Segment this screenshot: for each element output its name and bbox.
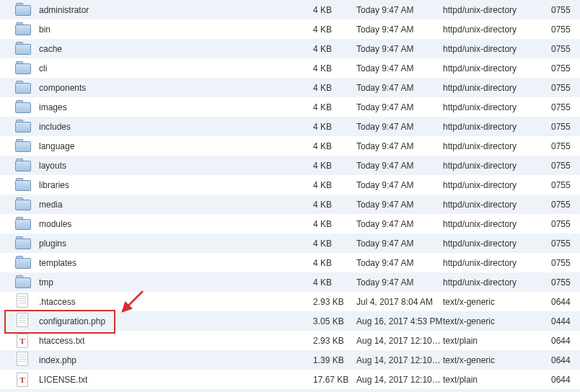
icon-cell: [9, 156, 36, 175]
table-row[interactable]: administrator4 KBToday 9:47 AMhttpd/unix…: [0, 0, 580, 19]
select-cell[interactable]: [0, 331, 9, 350]
select-cell[interactable]: [0, 136, 9, 156]
perm-cell: 0644: [551, 389, 580, 392]
select-cell[interactable]: [0, 311, 9, 331]
table-row[interactable]: cache4 KBToday 9:47 AMhttpd/unix-directo…: [0, 39, 580, 58]
file-name-link[interactable]: includes: [39, 122, 71, 132]
table-row[interactable]: components4 KBToday 9:47 AMhttpd/unix-di…: [0, 78, 580, 97]
select-cell[interactable]: [0, 97, 9, 117]
file-name-link[interactable]: tmp: [39, 277, 53, 288]
icon-cell: T: [9, 370, 36, 389]
file-name: .htaccess: [39, 297, 76, 307]
file-name-link[interactable]: administrator: [39, 5, 89, 15]
select-cell[interactable]: [0, 389, 9, 392]
date-cell: Aug 14, 2017 12:10 PM: [356, 370, 443, 389]
file-name-link[interactable]: plugins: [39, 239, 66, 249]
file-name-link[interactable]: media: [39, 200, 63, 210]
table-row[interactable]: modules4 KBToday 9:47 AMhttpd/unix-direc…: [0, 214, 580, 233]
table-row[interactable]: configuration.php3.05 KBAug 16, 2017 4:5…: [0, 311, 580, 331]
file-table: administrator4 KBToday 9:47 AMhttpd/unix…: [0, 0, 580, 392]
folder-icon: [15, 61, 30, 73]
date-cell: Today 9:47 AM: [356, 0, 443, 19]
select-cell[interactable]: [0, 175, 9, 195]
file-name-link[interactable]: cache: [39, 44, 62, 54]
file-name-link[interactable]: modules: [39, 219, 71, 229]
icon-cell: [9, 78, 36, 97]
type-cell: httpd/unix-directory: [443, 19, 551, 39]
table-row[interactable]: includes4 KBToday 9:47 AMhttpd/unix-dire…: [0, 117, 580, 136]
date-cell: Aug 14, 2017 12:10 PM: [356, 331, 443, 350]
name-cell: layouts: [36, 156, 313, 175]
select-cell[interactable]: [0, 156, 9, 175]
icon-cell: [9, 117, 36, 136]
select-cell[interactable]: [0, 78, 9, 97]
name-cell: htaccess.txt: [36, 331, 313, 350]
select-cell[interactable]: [0, 253, 9, 272]
table-row[interactable]: TREADME.txt4.76 KBAug 14, 2017 12:10 PMt…: [0, 389, 580, 392]
size-cell: 4 KB: [313, 195, 356, 214]
table-row[interactable]: tmp4 KBToday 9:47 AMhttpd/unix-directory…: [0, 272, 580, 292]
folder-icon: [15, 159, 30, 170]
icon-cell: [9, 311, 36, 331]
select-cell[interactable]: [0, 58, 9, 78]
select-cell[interactable]: [0, 272, 9, 292]
name-cell: language: [36, 136, 313, 156]
type-cell: text/plain: [443, 331, 551, 350]
select-cell[interactable]: [0, 214, 9, 233]
size-cell: 2.93 KB: [313, 331, 356, 350]
table-row[interactable]: plugins4 KBToday 9:47 AMhttpd/unix-direc…: [0, 233, 580, 253]
file-name-link[interactable]: images: [39, 102, 67, 112]
icon-cell: [9, 253, 36, 272]
type-cell: httpd/unix-directory: [443, 136, 551, 156]
select-cell[interactable]: [0, 39, 9, 58]
type-cell: httpd/unix-directory: [443, 156, 551, 175]
file-icon: [17, 313, 28, 327]
type-cell: httpd/unix-directory: [443, 0, 551, 19]
type-cell: text/x-generic: [443, 350, 551, 370]
select-cell[interactable]: [0, 0, 9, 19]
file-name-link[interactable]: language: [39, 141, 74, 151]
type-cell: text/x-generic: [443, 311, 551, 331]
table-row[interactable]: media4 KBToday 9:47 AMhttpd/unix-directo…: [0, 195, 580, 214]
perm-cell: 0755: [551, 214, 580, 233]
file-name-link[interactable]: bin: [39, 24, 50, 35]
name-cell: modules: [36, 214, 313, 233]
file-name-link[interactable]: cli: [39, 63, 47, 74]
select-cell[interactable]: [0, 292, 9, 311]
table-row[interactable]: libraries4 KBToday 9:47 AMhttpd/unix-dir…: [0, 175, 580, 195]
icon-cell: [9, 195, 36, 214]
name-cell: LICENSE.txt: [36, 370, 313, 389]
folder-icon: [15, 3, 30, 14]
date-cell: Today 9:47 AM: [356, 175, 443, 195]
select-cell[interactable]: [0, 195, 9, 214]
file-name-link[interactable]: components: [39, 83, 86, 93]
table-row[interactable]: bin4 KBToday 9:47 AMhttpd/unix-directory…: [0, 19, 580, 39]
select-cell[interactable]: [0, 233, 9, 253]
name-cell: index.php: [36, 350, 313, 370]
table-row[interactable]: language4 KBToday 9:47 AMhttpd/unix-dire…: [0, 136, 580, 156]
size-cell: 4 KB: [313, 97, 356, 117]
file-name-link[interactable]: templates: [39, 258, 76, 268]
date-cell: Today 9:47 AM: [356, 136, 443, 156]
table-row[interactable]: index.php1.39 KBAug 14, 2017 12:10 PMtex…: [0, 350, 580, 370]
select-cell[interactable]: [0, 19, 9, 39]
select-cell[interactable]: [0, 117, 9, 136]
table-row[interactable]: templates4 KBToday 9:47 AMhttpd/unix-dir…: [0, 253, 580, 272]
table-row[interactable]: .htaccess2.93 KBJul 4, 2017 8:04 AMtext/…: [0, 292, 580, 311]
table-row[interactable]: layouts4 KBToday 9:47 AMhttpd/unix-direc…: [0, 156, 580, 175]
select-cell[interactable]: [0, 370, 9, 389]
folder-icon: [15, 22, 30, 34]
text-file-icon: T: [17, 334, 28, 348]
date-cell: Today 9:47 AM: [356, 78, 443, 97]
date-cell: Aug 14, 2017 12:10 PM: [356, 389, 443, 392]
perm-cell: 0755: [551, 253, 580, 272]
table-row[interactable]: Thtaccess.txt2.93 KBAug 14, 2017 12:10 P…: [0, 331, 580, 350]
file-name-link[interactable]: layouts: [39, 161, 66, 171]
file-name-link[interactable]: libraries: [39, 180, 69, 190]
table-row[interactable]: TLICENSE.txt17.67 KBAug 14, 2017 12:10 P…: [0, 370, 580, 389]
select-cell[interactable]: [0, 350, 9, 370]
perm-cell: 0755: [551, 195, 580, 214]
table-row[interactable]: cli4 KBToday 9:47 AMhttpd/unix-directory…: [0, 58, 580, 78]
table-row[interactable]: images4 KBToday 9:47 AMhttpd/unix-direct…: [0, 97, 580, 117]
size-cell: 4 KB: [313, 78, 356, 97]
